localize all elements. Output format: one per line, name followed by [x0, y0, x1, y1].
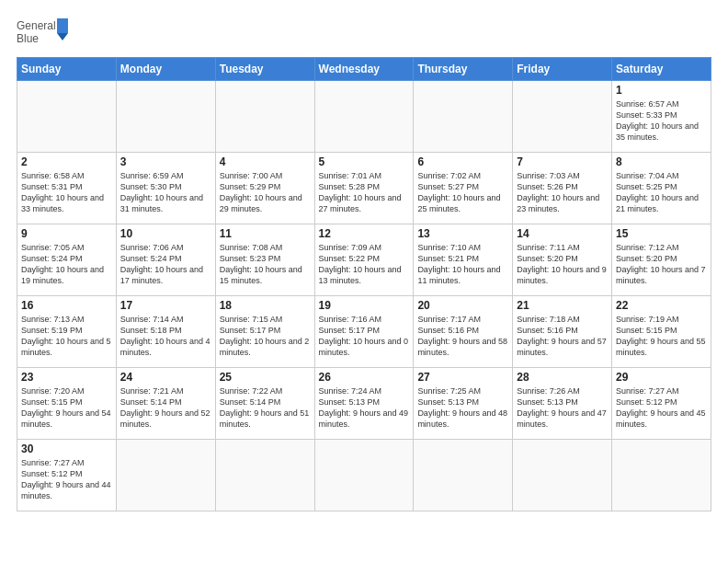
day-info: Sunrise: 7:05 AM Sunset: 5:24 PM Dayligh… [21, 242, 112, 287]
day-number: 6 [417, 155, 508, 168]
day-info: Sunrise: 7:21 AM Sunset: 5:14 PM Dayligh… [120, 385, 211, 431]
day-info: Sunrise: 7:01 AM Sunset: 5:28 PM Dayligh… [319, 170, 410, 215]
weekday-header-wednesday: Wednesday [314, 58, 414, 81]
day-number: 24 [120, 371, 211, 384]
calendar: SundayMondayTuesdayWednesdayThursdayFrid… [17, 57, 711, 511]
day-info: Sunrise: 7:13 AM Sunset: 5:19 PM Dayligh… [21, 314, 112, 359]
calendar-cell: 17Sunrise: 7:14 AM Sunset: 5:18 PM Dayli… [116, 296, 215, 368]
day-number: 21 [517, 299, 608, 312]
svg-marker-3 [57, 33, 68, 40]
day-number: 12 [319, 227, 410, 240]
day-number: 25 [220, 371, 311, 384]
day-number: 28 [517, 371, 608, 384]
calendar-cell [414, 440, 513, 511]
logo-svg: General Blue [17, 17, 72, 50]
day-info: Sunrise: 7:18 AM Sunset: 5:16 PM Dayligh… [517, 314, 608, 359]
page: General Blue SundayMondayTuesdayWednesda… [0, 0, 728, 563]
calendar-cell: 8Sunrise: 7:04 AM Sunset: 5:25 PM Daylig… [612, 153, 711, 224]
svg-text:Blue: Blue [17, 32, 39, 45]
calendar-cell [513, 440, 612, 511]
day-info: Sunrise: 7:04 AM Sunset: 5:25 PM Dayligh… [616, 170, 707, 215]
calendar-cell: 2Sunrise: 6:58 AM Sunset: 5:31 PM Daylig… [17, 153, 117, 224]
calendar-cell: 10Sunrise: 7:06 AM Sunset: 5:24 PM Dayli… [116, 224, 215, 296]
weekday-header-thursday: Thursday [414, 58, 513, 81]
calendar-cell [612, 440, 711, 511]
day-number: 3 [120, 155, 211, 168]
day-number: 23 [21, 371, 112, 384]
calendar-cell [116, 81, 215, 153]
day-number: 26 [319, 371, 410, 384]
day-info: Sunrise: 7:03 AM Sunset: 5:26 PM Dayligh… [517, 170, 608, 215]
day-info: Sunrise: 6:57 AM Sunset: 5:33 PM Dayligh… [616, 98, 707, 144]
day-number: 22 [616, 299, 707, 312]
day-number: 18 [220, 299, 311, 312]
calendar-cell [116, 440, 215, 511]
day-info: Sunrise: 7:00 AM Sunset: 5:29 PM Dayligh… [220, 170, 311, 215]
day-info: Sunrise: 7:24 AM Sunset: 5:13 PM Dayligh… [319, 385, 410, 431]
day-info: Sunrise: 6:59 AM Sunset: 5:30 PM Dayligh… [120, 170, 211, 215]
calendar-cell: 16Sunrise: 7:13 AM Sunset: 5:19 PM Dayli… [17, 296, 117, 368]
day-info: Sunrise: 7:27 AM Sunset: 5:12 PM Dayligh… [21, 457, 112, 502]
day-number: 20 [417, 299, 508, 312]
calendar-cell: 5Sunrise: 7:01 AM Sunset: 5:28 PM Daylig… [314, 153, 414, 224]
weekday-header-monday: Monday [116, 58, 215, 81]
calendar-cell [513, 81, 612, 153]
calendar-cell: 4Sunrise: 7:00 AM Sunset: 5:29 PM Daylig… [215, 153, 314, 224]
calendar-cell: 23Sunrise: 7:20 AM Sunset: 5:15 PM Dayli… [17, 368, 117, 440]
day-number: 1 [616, 84, 707, 97]
day-info: Sunrise: 7:26 AM Sunset: 5:13 PM Dayligh… [517, 385, 608, 431]
calendar-cell: 12Sunrise: 7:09 AM Sunset: 5:22 PM Dayli… [314, 224, 414, 296]
calendar-cell: 26Sunrise: 7:24 AM Sunset: 5:13 PM Dayli… [314, 368, 414, 440]
day-number: 29 [616, 371, 707, 384]
day-number: 30 [21, 442, 112, 455]
calendar-cell: 13Sunrise: 7:10 AM Sunset: 5:21 PM Dayli… [414, 224, 513, 296]
weekday-header-friday: Friday [513, 58, 612, 81]
calendar-cell [314, 81, 414, 153]
calendar-cell: 3Sunrise: 6:59 AM Sunset: 5:30 PM Daylig… [116, 153, 215, 224]
calendar-cell: 25Sunrise: 7:22 AM Sunset: 5:14 PM Dayli… [215, 368, 314, 440]
day-number: 17 [120, 299, 211, 312]
day-info: Sunrise: 7:17 AM Sunset: 5:16 PM Dayligh… [417, 314, 508, 359]
day-info: Sunrise: 7:27 AM Sunset: 5:12 PM Dayligh… [616, 385, 707, 431]
day-info: Sunrise: 7:20 AM Sunset: 5:15 PM Dayligh… [21, 385, 112, 431]
day-info: Sunrise: 7:22 AM Sunset: 5:14 PM Dayligh… [220, 385, 311, 431]
calendar-cell [17, 81, 117, 153]
day-number: 19 [319, 299, 410, 312]
day-number: 13 [417, 227, 508, 240]
calendar-cell: 19Sunrise: 7:16 AM Sunset: 5:17 PM Dayli… [314, 296, 414, 368]
day-number: 11 [220, 227, 311, 240]
calendar-cell: 14Sunrise: 7:11 AM Sunset: 5:20 PM Dayli… [513, 224, 612, 296]
day-info: Sunrise: 7:11 AM Sunset: 5:20 PM Dayligh… [517, 242, 608, 287]
day-number: 14 [517, 227, 608, 240]
day-info: Sunrise: 7:14 AM Sunset: 5:18 PM Dayligh… [120, 314, 211, 359]
weekday-header-sunday: Sunday [17, 58, 117, 81]
day-number: 10 [120, 227, 211, 240]
calendar-cell [414, 81, 513, 153]
weekday-header-tuesday: Tuesday [215, 58, 314, 81]
day-info: Sunrise: 7:06 AM Sunset: 5:24 PM Dayligh… [120, 242, 211, 287]
day-info: Sunrise: 7:08 AM Sunset: 5:23 PM Dayligh… [220, 242, 311, 287]
day-info: Sunrise: 7:02 AM Sunset: 5:27 PM Dayligh… [417, 170, 508, 215]
day-info: Sunrise: 7:15 AM Sunset: 5:17 PM Dayligh… [220, 314, 311, 359]
day-number: 4 [220, 155, 311, 168]
calendar-cell [215, 81, 314, 153]
logo: General Blue [17, 17, 72, 50]
calendar-cell: 9Sunrise: 7:05 AM Sunset: 5:24 PM Daylig… [17, 224, 117, 296]
day-number: 15 [616, 227, 707, 240]
calendar-cell: 20Sunrise: 7:17 AM Sunset: 5:16 PM Dayli… [414, 296, 513, 368]
calendar-cell: 28Sunrise: 7:26 AM Sunset: 5:13 PM Dayli… [513, 368, 612, 440]
header: General Blue [17, 17, 711, 50]
day-number: 8 [616, 155, 707, 168]
day-info: Sunrise: 7:19 AM Sunset: 5:15 PM Dayligh… [616, 314, 707, 359]
day-number: 5 [319, 155, 410, 168]
day-info: Sunrise: 7:10 AM Sunset: 5:21 PM Dayligh… [417, 242, 508, 287]
svg-marker-2 [57, 18, 68, 33]
calendar-cell: 18Sunrise: 7:15 AM Sunset: 5:17 PM Dayli… [215, 296, 314, 368]
weekday-header-saturday: Saturday [612, 58, 711, 81]
calendar-cell: 21Sunrise: 7:18 AM Sunset: 5:16 PM Dayli… [513, 296, 612, 368]
calendar-cell: 29Sunrise: 7:27 AM Sunset: 5:12 PM Dayli… [612, 368, 711, 440]
calendar-cell: 24Sunrise: 7:21 AM Sunset: 5:14 PM Dayli… [116, 368, 215, 440]
calendar-cell: 27Sunrise: 7:25 AM Sunset: 5:13 PM Dayli… [414, 368, 513, 440]
calendar-cell: 11Sunrise: 7:08 AM Sunset: 5:23 PM Dayli… [215, 224, 314, 296]
calendar-cell: 1Sunrise: 6:57 AM Sunset: 5:33 PM Daylig… [612, 81, 711, 153]
